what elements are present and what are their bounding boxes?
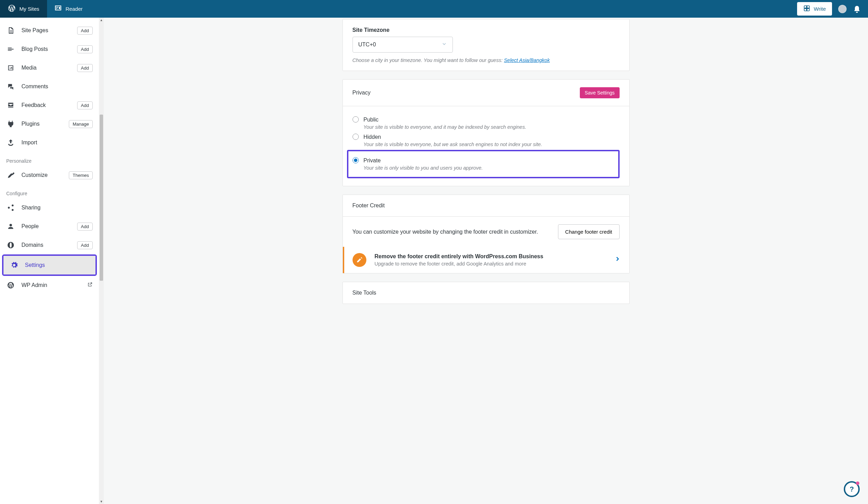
timezone-value: UTC+0 — [358, 42, 376, 48]
write-label: Write — [814, 6, 826, 12]
upsell-subtitle: Upgrade to remove the footer credit, add… — [375, 261, 543, 267]
sidebar: Site Pages Add Blog Posts Add Media Add … — [0, 18, 104, 504]
sidebar-item-label: Domains — [21, 242, 77, 248]
topbar-right: Write — [797, 2, 868, 16]
sidebar-item-blog-posts[interactable]: Blog Posts Add — [0, 40, 99, 58]
sidebar-item-plugins[interactable]: Plugins Manage — [0, 115, 99, 133]
reader-label: Reader — [66, 6, 83, 12]
upsell-pencil-icon — [353, 253, 366, 267]
write-icon — [803, 5, 810, 13]
notifications-icon[interactable] — [853, 5, 860, 13]
sidebar-item-import[interactable]: Import — [0, 133, 99, 152]
layout: Site Pages Add Blog Posts Add Media Add … — [0, 18, 868, 504]
topbar-left: My Sites Reader — [0, 0, 90, 18]
wp-icon — [6, 281, 15, 290]
import-icon — [6, 138, 15, 147]
site-tools-panel: Site Tools — [342, 282, 630, 304]
footer-credit-panel: Footer Credit You can customize your web… — [342, 195, 630, 273]
question-mark-icon: ? — [850, 485, 854, 493]
sidebar-item-label: Feedback — [21, 102, 77, 108]
add-chip[interactable]: Add — [77, 27, 93, 35]
sidebar-item-label: Sharing — [21, 205, 93, 211]
scroll-up-icon[interactable]: ▲ — [99, 18, 104, 22]
reader-button[interactable]: Reader — [47, 0, 90, 18]
radio-description: Your site is only visible to you and use… — [364, 165, 614, 171]
sidebar-item-media[interactable]: Media Add — [0, 58, 99, 77]
footer-upsell[interactable]: Remove the footer credit entirely with W… — [343, 247, 629, 273]
radio-label: Private — [364, 158, 614, 164]
help-fab[interactable]: ? — [844, 481, 860, 497]
radio-hidden[interactable] — [353, 134, 359, 140]
domains-icon — [6, 241, 15, 250]
radio-description: Your site is visible to everyone, and it… — [364, 124, 620, 130]
private-highlight: Private Your site is only visible to you… — [347, 150, 620, 178]
privacy-title: Privacy — [353, 90, 371, 96]
settings-highlight: Settings — [2, 254, 97, 276]
site-tools-title: Site Tools — [353, 290, 376, 296]
scroll-down-icon[interactable]: ▼ — [99, 499, 104, 504]
main-content: Site Timezone UTC+0 Choose a city in you… — [104, 18, 868, 504]
sidebar-item-domains[interactable]: Domains Add — [0, 236, 99, 254]
sidebar-section-personalize: Personalize — [0, 152, 99, 166]
media-icon — [6, 63, 15, 72]
sidebar-item-label: Plugins — [21, 121, 69, 127]
add-chip[interactable]: Add — [77, 241, 93, 249]
add-chip[interactable]: Add — [77, 101, 93, 109]
add-chip[interactable]: Add — [77, 223, 93, 231]
privacy-option-public[interactable]: Public Your site is visible to everyone,… — [353, 114, 620, 131]
sidebar-item-label: Customize — [21, 172, 69, 178]
privacy-panel: Privacy Save Settings Public Your site i… — [342, 79, 630, 186]
radio-public[interactable] — [353, 116, 359, 123]
sidebar-item-label: People — [21, 223, 77, 230]
privacy-option-hidden[interactable]: Hidden Your site is visible to everyone,… — [353, 131, 620, 148]
manage-chip[interactable]: Manage — [69, 120, 93, 128]
radio-private[interactable] — [353, 157, 359, 163]
sidebar-item-sharing[interactable]: Sharing — [0, 198, 99, 217]
timezone-panel: Site Timezone UTC+0 Choose a city in you… — [342, 19, 630, 71]
avatar[interactable] — [838, 5, 847, 13]
chevron-right-icon — [614, 255, 621, 264]
upsell-title: Remove the footer credit entirely with W… — [375, 253, 543, 260]
sidebar-item-label: WP Admin — [21, 282, 87, 288]
change-footer-credit-button[interactable]: Change footer credit — [558, 224, 620, 239]
sidebar-item-customize[interactable]: Customize Themes — [0, 166, 99, 184]
write-button[interactable]: Write — [797, 2, 832, 16]
footer-credit-title: Footer Credit — [353, 202, 385, 209]
footer-credit-description: You can customize your website by changi… — [353, 229, 538, 235]
sidebar-item-label: Settings — [25, 262, 89, 268]
plugins-icon — [6, 119, 15, 128]
privacy-option-private[interactable]: Private Your site is only visible to you… — [353, 155, 614, 172]
timezone-guess-link[interactable]: Select Asia/Bangkok — [504, 57, 550, 63]
themes-chip[interactable]: Themes — [69, 171, 93, 179]
scrollbar-thumb[interactable] — [100, 115, 103, 281]
sidebar-item-wp-admin[interactable]: WP Admin — [0, 276, 99, 295]
customize-icon — [6, 171, 15, 180]
add-chip[interactable]: Add — [77, 45, 93, 53]
wordpress-logo-icon — [8, 4, 16, 14]
timezone-hint: Choose a city in your timezone. You migh… — [353, 57, 620, 63]
sidebar-item-label: Media — [21, 65, 77, 71]
sidebar-item-label: Blog Posts — [21, 46, 77, 52]
save-settings-button[interactable]: Save Settings — [580, 87, 619, 98]
sidebar-scrollbar[interactable]: ▲ ▼ — [99, 18, 104, 504]
sidebar-item-label: Comments — [21, 83, 93, 90]
chevron-down-icon — [441, 41, 447, 48]
add-chip[interactable]: Add — [77, 64, 93, 72]
comments-icon — [6, 82, 15, 91]
sharing-icon — [6, 203, 15, 212]
sidebar-item-label: Import — [21, 140, 93, 146]
radio-label: Hidden — [364, 134, 620, 140]
topbar: My Sites Reader Write — [0, 0, 868, 18]
external-link-icon — [87, 282, 93, 289]
my-sites-button[interactable]: My Sites — [0, 0, 47, 18]
posts-icon — [6, 45, 15, 54]
sidebar-item-site-pages[interactable]: Site Pages Add — [0, 21, 99, 40]
timezone-label: Site Timezone — [353, 27, 620, 33]
timezone-select[interactable]: UTC+0 — [353, 37, 453, 53]
sidebar-item-feedback[interactable]: Feedback Add — [0, 96, 99, 115]
sidebar-item-comments[interactable]: Comments — [0, 77, 99, 96]
sidebar-item-label: Site Pages — [21, 27, 77, 34]
sidebar-item-people[interactable]: People Add — [0, 217, 99, 236]
sidebar-item-settings[interactable]: Settings — [3, 256, 95, 274]
sidebar-section-configure: Configure — [0, 184, 99, 198]
